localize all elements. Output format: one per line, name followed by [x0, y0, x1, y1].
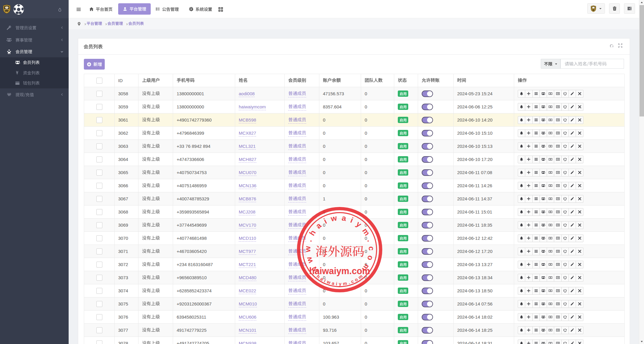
- svg-text:MHB: MHB: [4, 8, 9, 11]
- svg-text:MHB: MHB: [591, 8, 595, 10]
